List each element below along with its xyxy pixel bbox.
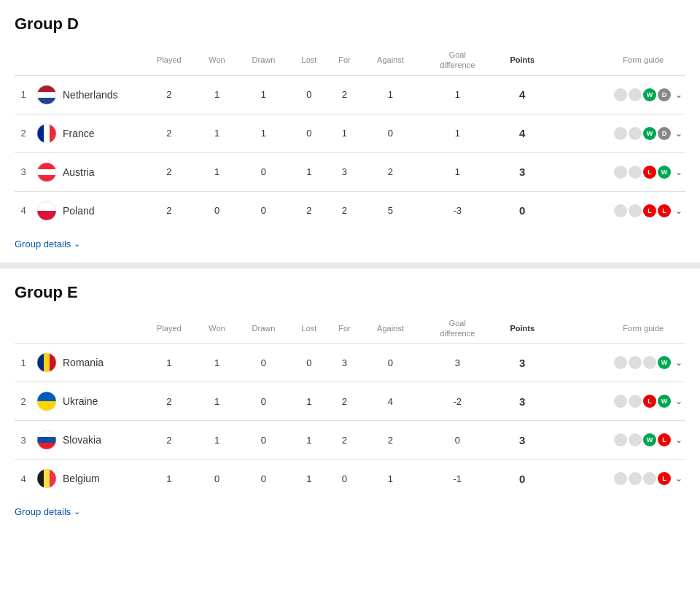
svg-rect-37 bbox=[37, 437, 56, 443]
stat-points: 4 bbox=[494, 114, 550, 152]
stat-for: 1 bbox=[328, 114, 361, 152]
stat-won: 0 bbox=[197, 460, 237, 498]
expand-icon[interactable]: ⌄ bbox=[675, 473, 682, 484]
svg-rect-31 bbox=[37, 392, 56, 401]
team-name-cell: France bbox=[32, 114, 141, 152]
stat-for: 2 bbox=[328, 75, 361, 114]
expand-icon[interactable]: ⌄ bbox=[675, 167, 682, 177]
stat-for: 2 bbox=[328, 191, 361, 230]
header-goal-diff: Goaldifference bbox=[420, 314, 494, 344]
form-circle-win: W bbox=[658, 395, 671, 408]
svg-rect-25 bbox=[37, 353, 44, 372]
header-points: Points bbox=[494, 45, 550, 75]
form-guide-wrapper: WD bbox=[614, 88, 671, 101]
stat-won: 1 bbox=[197, 152, 237, 191]
table-row: 1 Netherlands 2 1 1 0 2 1 1 bbox=[15, 75, 685, 114]
team-rank: 4 bbox=[15, 191, 32, 230]
form-guide-cell: LW ⌄ bbox=[550, 152, 685, 191]
header-lost: Lost bbox=[290, 314, 328, 344]
form-guide-wrapper: WL bbox=[614, 433, 671, 446]
form-circle-empty bbox=[629, 395, 642, 408]
form-guide-cell: L ⌄ bbox=[550, 460, 685, 498]
stat-goal-diff: 1 bbox=[420, 152, 494, 191]
stat-points: 4 bbox=[494, 75, 550, 114]
stat-against: 2 bbox=[361, 421, 420, 460]
team-name-label: Romania bbox=[63, 357, 104, 368]
expand-icon[interactable]: ⌄ bbox=[675, 128, 682, 139]
header-lost: Lost bbox=[290, 45, 328, 75]
header-played: Played bbox=[141, 45, 197, 75]
form-circle-empty bbox=[629, 166, 642, 179]
stat-drawn: 0 bbox=[237, 421, 289, 460]
form-circle-loss: L bbox=[658, 472, 671, 485]
svg-rect-27 bbox=[50, 353, 56, 372]
form-circle-win: W bbox=[643, 127, 656, 140]
form-circle-empty bbox=[629, 472, 642, 485]
group-details-label: Group details bbox=[15, 239, 71, 249]
form-circle-win: W bbox=[643, 88, 656, 101]
stat-played: 1 bbox=[141, 344, 197, 382]
svg-rect-8 bbox=[37, 124, 44, 143]
stat-goal-diff: -2 bbox=[420, 382, 494, 421]
form-guide-wrapper: W bbox=[614, 356, 671, 369]
stat-won: 1 bbox=[197, 75, 237, 114]
team-rank: 3 bbox=[15, 421, 32, 460]
svg-rect-36 bbox=[37, 430, 56, 437]
header-form-guide: Form guide bbox=[550, 314, 685, 344]
stat-goal-diff: -1 bbox=[420, 460, 494, 498]
team-name-label: Poland bbox=[63, 205, 95, 217]
stat-drawn: 0 bbox=[237, 344, 289, 382]
group-section-1: Group E Played Won Drawn Lost For Agains… bbox=[0, 263, 700, 531]
stat-won: 1 bbox=[197, 344, 237, 382]
stat-points: 3 bbox=[494, 421, 550, 460]
team-rank: 2 bbox=[15, 382, 32, 421]
table-row: 2 France 2 1 1 0 1 0 1 4 bbox=[15, 114, 685, 152]
svg-rect-9 bbox=[44, 124, 50, 143]
group-details-link[interactable]: Group details ⌄ bbox=[15, 506, 80, 517]
svg-rect-21 bbox=[37, 211, 56, 220]
stat-points: 3 bbox=[494, 152, 550, 191]
stat-played: 2 bbox=[141, 382, 197, 421]
team-rank: 2 bbox=[15, 114, 32, 152]
form-circle-empty bbox=[614, 166, 627, 179]
stat-points: 3 bbox=[494, 344, 550, 382]
form-circle-empty bbox=[629, 204, 642, 217]
team-flag bbox=[36, 201, 57, 221]
form-circle-win: W bbox=[643, 433, 656, 446]
stat-points: 0 bbox=[494, 460, 550, 498]
stat-against: 5 bbox=[361, 191, 420, 230]
table-row: 2 Ukraine 2 1 0 1 2 4 -2 3 bbox=[15, 382, 685, 421]
form-guide-cell: LL ⌄ bbox=[550, 191, 685, 230]
form-circle-empty bbox=[614, 472, 627, 485]
group-title: Group D bbox=[15, 15, 685, 34]
expand-icon[interactable]: ⌄ bbox=[675, 90, 682, 100]
form-circle-empty bbox=[614, 356, 627, 369]
stat-for: 2 bbox=[328, 382, 361, 421]
form-circle-empty bbox=[614, 127, 627, 140]
stat-played: 2 bbox=[141, 421, 197, 460]
team-name-cell: Poland bbox=[32, 191, 141, 230]
group-details-link[interactable]: Group details ⌄ bbox=[15, 239, 80, 249]
table-row: 1 Romania 1 1 0 0 3 0 3 bbox=[15, 344, 685, 382]
team-rank: 4 bbox=[15, 460, 32, 498]
team-flag bbox=[36, 391, 57, 411]
expand-icon[interactable]: ⌄ bbox=[675, 206, 682, 216]
form-circle-empty bbox=[614, 395, 627, 408]
form-circle-draw: D bbox=[658, 127, 671, 140]
form-circle-empty bbox=[629, 88, 642, 101]
form-circle-loss: L bbox=[643, 166, 656, 179]
stat-drawn: 0 bbox=[237, 152, 289, 191]
expand-icon[interactable]: ⌄ bbox=[675, 435, 682, 445]
stat-against: 1 bbox=[361, 75, 420, 114]
team-name-label: Belgium bbox=[63, 473, 100, 484]
form-guide-cell: W ⌄ bbox=[550, 344, 685, 382]
form-circle-empty bbox=[643, 472, 656, 485]
expand-icon[interactable]: ⌄ bbox=[675, 396, 682, 406]
expand-icon[interactable]: ⌄ bbox=[675, 357, 682, 368]
group-details-label: Group details bbox=[15, 506, 71, 517]
form-guide-wrapper: WD bbox=[614, 127, 671, 140]
form-circle-empty bbox=[614, 88, 627, 101]
team-name-label: Slovakia bbox=[63, 434, 101, 446]
stat-for: 3 bbox=[328, 344, 361, 382]
team-name-label: France bbox=[63, 128, 95, 139]
